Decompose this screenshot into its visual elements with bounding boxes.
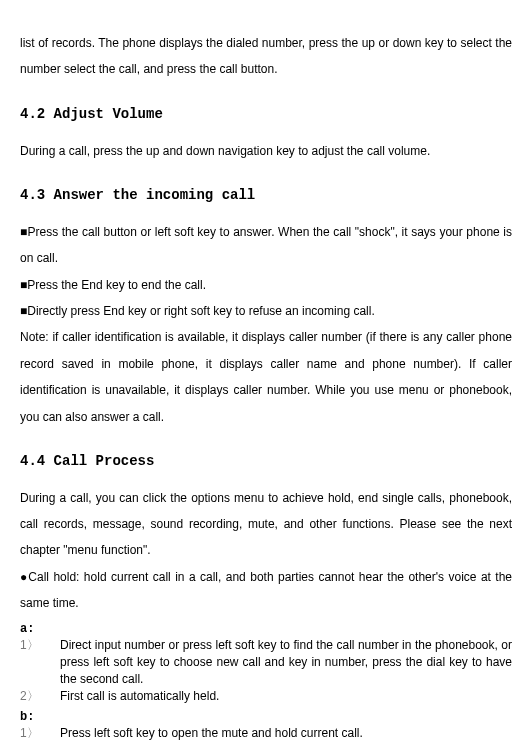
list-a-item-1: 1〉 Direct input number or press left sof… <box>20 637 512 687</box>
para-4-4-b: ●Call hold: hold current call in a call,… <box>20 564 512 617</box>
list-a-item-2: 2〉 First call is automatically held. <box>20 688 512 705</box>
para-4-3-b: ■Press the End key to end the call. <box>20 272 512 298</box>
para-4-3-a: ■Press the call button or left soft key … <box>20 219 512 272</box>
heading-4-4: 4.4 Call Process <box>20 446 512 477</box>
para-4-3-note: Note: if caller identification is availa… <box>20 324 512 430</box>
list-b-text-1: Press left soft key to open the mute and… <box>60 725 512 741</box>
label-b: b: <box>20 709 512 726</box>
list-a-text-1: Direct input number or press left soft k… <box>60 637 512 687</box>
heading-4-2: 4.2 Adjust Volume <box>20 99 512 130</box>
num-marker: 2〉 <box>20 688 60 705</box>
para-4-2: During a call, press the up and down nav… <box>20 138 512 164</box>
para-4-4-a: During a call, you can click the options… <box>20 485 512 564</box>
list-b-item-1: 1〉 Press left soft key to open the mute … <box>20 725 512 741</box>
para-4-3-c: ■Directly press End key or right soft ke… <box>20 298 512 324</box>
num-marker: 1〉 <box>20 637 60 687</box>
intro-text: list of records. The phone displays the … <box>20 30 512 83</box>
heading-4-3: 4.3 Answer the incoming call <box>20 180 512 211</box>
list-a-text-2: First call is automatically held. <box>60 688 512 705</box>
num-marker: 1〉 <box>20 725 60 741</box>
label-a: a: <box>20 621 512 638</box>
